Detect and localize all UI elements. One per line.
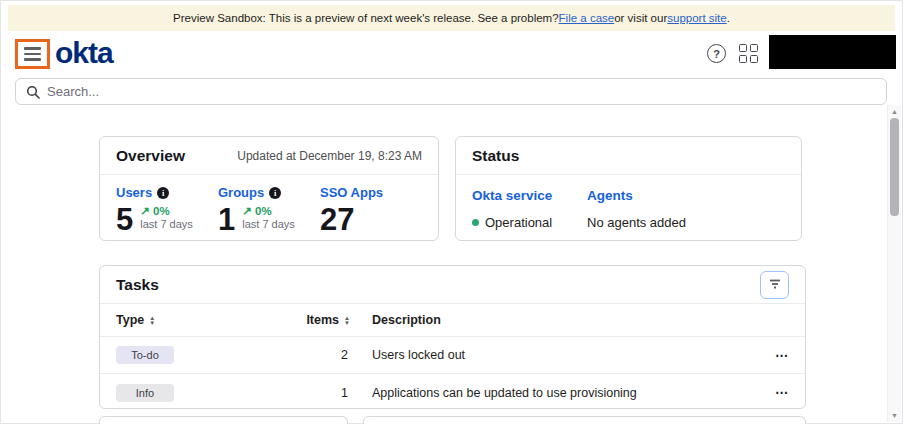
status-card: Status Okta service Operational Agents N… (455, 136, 802, 241)
users-trend: 0% (153, 205, 170, 217)
banner-text: . (727, 12, 730, 24)
stat-groups: Groups i 1 ↗ 0% last 7 days (218, 185, 320, 236)
vertical-scrollbar[interactable]: ▲ ▼ (887, 105, 901, 422)
status-title: Status (472, 147, 519, 165)
row-actions-menu[interactable]: ⋯ (759, 348, 789, 363)
filter-funnel-icon (769, 279, 781, 290)
overview-updated-timestamp: Updated at December 19, 8:23 AM (237, 149, 422, 163)
agents-link[interactable]: Agents (587, 188, 702, 203)
hamburger-menu-button[interactable] (15, 39, 50, 69)
groups-count: 1 (218, 204, 235, 236)
users-count: 5 (116, 204, 133, 236)
okta-service-link[interactable]: Okta service (472, 188, 587, 203)
apps-grid-icon[interactable] (739, 44, 758, 63)
tasks-filter-button[interactable] (760, 271, 789, 299)
column-header-type[interactable]: Type ▲▼ (116, 313, 300, 327)
tasks-card: Tasks Type ▲▼ Items ▲▼ Description T (99, 265, 806, 409)
task-row-todo: To-do 2 Users locked out ⋯ (100, 337, 805, 374)
help-icon[interactable]: ? (707, 44, 726, 63)
items-count: 2 (300, 348, 350, 362)
stat-sso-apps: SSO Apps 27 (320, 185, 422, 236)
okta-service-value: Operational (485, 215, 552, 230)
sso-apps-link[interactable]: SSO Apps (320, 185, 383, 200)
tasks-title: Tasks (116, 276, 159, 294)
sso-apps-count: 27 (320, 204, 354, 236)
okta-logo[interactable]: okta (55, 35, 113, 71)
search-icon (26, 85, 40, 99)
banner-text: Preview Sandbox: This is a preview of ne… (173, 12, 559, 24)
type-badge: Info (116, 384, 174, 402)
items-count: 1 (300, 386, 350, 400)
global-search-bar (15, 78, 887, 105)
tasks-table-header: Type ▲▼ Items ▲▼ Description (100, 304, 805, 337)
overview-title: Overview (116, 147, 185, 165)
partial-card (363, 416, 806, 424)
top-header: okta ? (1, 31, 902, 75)
groups-trend: 0% (255, 205, 272, 217)
row-actions-menu[interactable]: ⋯ (759, 385, 789, 400)
task-description: Applications can be updated to use provi… (350, 386, 759, 400)
okta-admin-dashboard: Preview Sandbox: This is a preview of ne… (0, 0, 903, 424)
task-description: Users locked out (350, 348, 759, 362)
stat-users: Users i 5 ↗ 0% last 7 days (116, 185, 218, 236)
support-site-link[interactable]: support site (667, 12, 726, 24)
file-a-case-link[interactable]: File a case (559, 12, 615, 24)
hamburger-icon (24, 47, 41, 50)
agents-status: Agents No agents added (587, 188, 702, 230)
task-row-info: Info 1 Applications can be updated to us… (100, 374, 805, 411)
banner-text: or visit our (614, 12, 667, 24)
preview-sandbox-banner: Preview Sandbox: This is a preview of ne… (8, 5, 895, 31)
trend-up-icon: ↗ (140, 205, 150, 217)
scrollbar-down-arrow[interactable]: ▼ (888, 412, 901, 419)
column-header-description: Description (350, 313, 759, 327)
type-badge: To-do (116, 346, 174, 364)
trend-up-icon: ↗ (242, 205, 252, 217)
partial-card (99, 416, 348, 424)
operational-status-dot (472, 219, 479, 226)
scrollbar-thumb[interactable] (890, 118, 899, 216)
info-icon[interactable]: i (269, 187, 281, 199)
users-period: last 7 days (140, 218, 193, 231)
groups-link[interactable]: Groups (218, 185, 264, 200)
users-link[interactable]: Users (116, 185, 152, 200)
overview-card: Overview Updated at December 19, 8:23 AM… (99, 136, 439, 241)
groups-period: last 7 days (242, 218, 295, 231)
info-icon[interactable]: i (157, 187, 169, 199)
column-header-items[interactable]: Items ▲▼ (300, 313, 350, 327)
search-input[interactable] (47, 84, 886, 99)
scrollbar-up-arrow[interactable]: ▲ (888, 108, 901, 115)
sort-icon: ▲▼ (149, 316, 155, 325)
okta-service-status: Okta service Operational (472, 188, 587, 230)
agents-value: No agents added (587, 215, 686, 230)
redacted-account-info (769, 35, 896, 69)
